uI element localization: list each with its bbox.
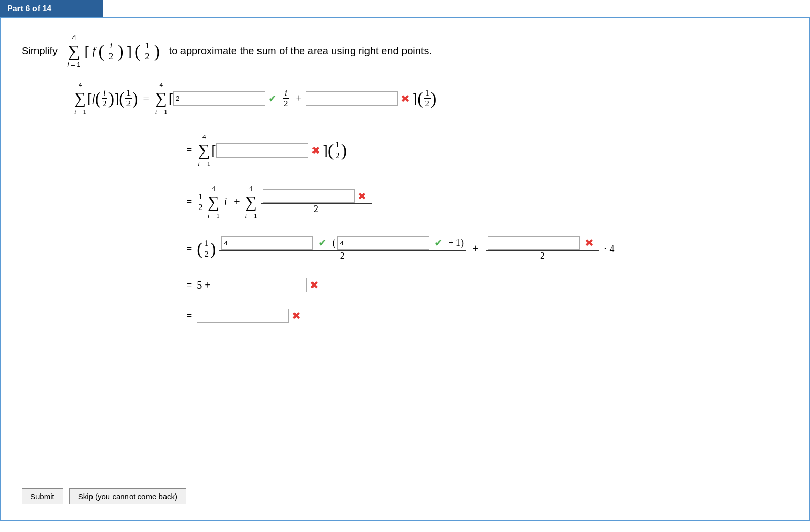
rhs1-paren-open: ( — [328, 142, 334, 159]
lhs-frac-1-2: 1 2 — [125, 88, 133, 109]
simplify-label: Simplify — [22, 45, 58, 57]
row0-input1[interactable] — [173, 91, 265, 106]
rhs1-bracket-close: ] — [323, 142, 328, 159]
rhs2-half: 1 2 — [197, 192, 205, 213]
row4-cross: ✖ — [310, 279, 319, 291]
lhs-paren-open: ( — [95, 90, 101, 107]
skip-button[interactable]: Skip (you cannot come back) — [69, 488, 186, 504]
q-bracket-close: ] — [127, 43, 132, 60]
rhs2-i: i — [224, 196, 227, 208]
row3: = ( 1 2 ) ✔ ( ✔ + 1) 2 + ✖ 2 — [181, 236, 788, 261]
q-paren2-close: ) — [154, 43, 160, 60]
row5: = ✖ — [181, 309, 788, 323]
row0-input2[interactable] — [306, 91, 398, 106]
rhs0-frac-i-2: i 2 — [282, 88, 290, 109]
rhs3-half: 1 2 — [203, 238, 211, 259]
q-paren-open: ( — [98, 43, 104, 60]
row5-input1[interactable] — [197, 309, 289, 323]
rhs0-bracket-close: ] — [413, 90, 417, 107]
q-frac-i-2: i 2 — [107, 41, 115, 62]
q-paren2-open: ( — [135, 43, 140, 60]
rhs1-sigma: 4 ∑ i = 1 — [198, 132, 210, 168]
row2-cross: ✖ — [358, 190, 366, 202]
rhs3-paren-open: ( — [197, 240, 202, 258]
row4: = 5 + ✖ — [181, 278, 788, 292]
eq5: = — [186, 310, 192, 322]
row4-input1[interactable] — [215, 278, 307, 292]
sigma-symbol-q: 4 ∑ i = 1 — [68, 34, 81, 68]
row3-check1: ✔ — [318, 237, 327, 249]
row3-input3[interactable] — [488, 236, 580, 250]
lhs-bracket-close: ] — [114, 90, 119, 107]
row3-check2: ✔ — [434, 237, 443, 249]
rhs0-frac-1-2: 1 2 — [424, 88, 431, 109]
row1: = 4 ∑ i = 1 [ ✖ ] ( 1 2 ) — [181, 132, 788, 168]
lhs-paren2-close: ) — [132, 90, 138, 107]
part-header: Part 6 of 14 — [0, 0, 103, 17]
q-bracket-open: [ — [85, 43, 89, 60]
eq1: = — [186, 144, 192, 156]
row2-input1[interactable] — [263, 189, 355, 203]
lhs-paren2-open: ( — [119, 90, 124, 107]
row3-input2[interactable] — [337, 236, 429, 250]
row3-input1[interactable] — [221, 236, 313, 250]
rhs1-paren-close: ) — [341, 142, 347, 159]
rhs2-sigma1: 4 ∑ i = 1 — [208, 184, 220, 220]
row3-cross: ✖ — [585, 237, 594, 249]
rhs3-frac2: ✖ 2 — [486, 236, 599, 261]
q-paren-close: ) — [118, 43, 123, 60]
lhs-paren-close: ) — [108, 90, 114, 107]
q-f: f — [93, 45, 96, 57]
rhs2-frac-input: ✖ 2 — [261, 189, 372, 215]
row5-cross: ✖ — [292, 310, 301, 322]
row0: 4 ∑ i = 1 [ f ( i 2 ) ] ( 1 2 ) = 4 ∑ i … — [73, 81, 788, 116]
rhs0-sigma: 4 ∑ i = 1 — [155, 81, 168, 116]
rhs3-paren-close: ) — [210, 240, 216, 258]
rhs2-sigma2: 4 ∑ i = 1 — [245, 184, 257, 220]
rhs0-bracket-open: [ — [169, 90, 173, 107]
rhs0-paren-close: ) — [431, 90, 436, 107]
description-text: to approximate the sum of the area using… — [169, 45, 432, 57]
row1-cross: ✖ — [311, 144, 320, 157]
eq0: = — [143, 92, 149, 104]
row1-input1[interactable] — [216, 143, 308, 158]
rhs3-plus: + — [473, 243, 478, 255]
eq4: = — [186, 279, 192, 291]
rhs4-5plus: 5 + — [197, 279, 210, 291]
rhs1-frac-1-2: 1 2 — [334, 140, 341, 161]
rhs3-dot4: · 4 — [604, 243, 614, 255]
rhs1-bracket-open: [ — [211, 142, 216, 159]
lhs-bracket-open: [ — [87, 90, 92, 107]
row2: = 1 2 4 ∑ i = 1 i + 4 ∑ i = 1 ✖ 2 — [181, 184, 788, 220]
bottom-buttons: Submit Skip (you cannot come back) — [22, 488, 186, 504]
row0-check1: ✔ — [268, 92, 277, 105]
lhs-frac-i-2: i 2 — [101, 88, 108, 109]
rhs2-plus: + — [234, 196, 240, 208]
rhs0-paren-open: ( — [417, 90, 423, 107]
rhs0-plus: + — [296, 92, 302, 104]
rhs3-main-frac: ✔ ( ✔ + 1) 2 — [219, 236, 466, 261]
question-text: Simplify 4 ∑ i = 1 [ f ( i 2 ) ] ( 1 2 )… — [22, 34, 788, 68]
q-frac-1-2: 1 2 — [143, 41, 151, 62]
eq2: = — [186, 196, 192, 208]
submit-button[interactable]: Submit — [22, 488, 63, 504]
row0-cross1: ✖ — [401, 92, 410, 105]
eq3: = — [186, 243, 192, 255]
main-container: Simplify 4 ∑ i = 1 [ f ( i 2 ) ] ( 1 2 )… — [0, 17, 810, 521]
lhs-sigma: 4 ∑ i = 1 — [74, 81, 86, 116]
